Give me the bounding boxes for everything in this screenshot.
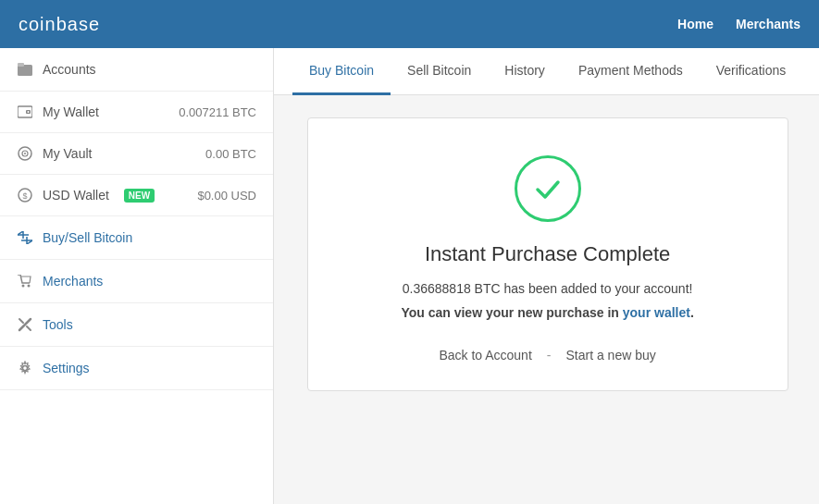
my-vault-label: My Vault [43,146,92,161]
svg-point-13 [28,285,31,288]
merchants-label: Merchants [43,274,103,289]
action-separator: - [547,348,552,363]
sidebar-item-usd-wallet[interactable]: $ USD Wallet NEW $0.00 USD [0,175,273,216]
my-wallet-value: 0.007211 BTC [179,105,256,119]
sidebar-item-buy-sell[interactable]: Buy/Sell Bitcoin [0,216,273,260]
sidebar-item-tools[interactable]: Tools [0,303,273,347]
wallet-text-suffix: . [690,305,694,320]
svg-point-7 [24,153,26,154]
sidebar: Accounts My Wallet 0.007211 BTC [0,48,274,504]
success-actions: Back to Account - Start a new buy [439,348,655,363]
vault-icon [17,145,33,162]
tab-bar: Buy Bitcoin Sell Bitcoin History Payment… [274,48,819,95]
tools-label: Tools [43,317,73,332]
nav-home[interactable]: Home [677,17,714,31]
usd-wallet-badge: NEW [124,189,155,203]
wallet-text-prefix: You can view your new purchase in [401,305,622,320]
usd-icon: $ [17,187,33,203]
logo: coinbase [19,14,100,35]
success-icon [515,155,581,222]
cart-icon [17,273,33,289]
start-new-buy-link[interactable]: Start a new buy [565,348,655,363]
svg-point-17 [23,366,28,371]
sidebar-item-my-wallet[interactable]: My Wallet 0.007211 BTC [0,92,273,133]
success-wallet-text: You can view your new purchase in your w… [401,305,693,320]
sidebar-accounts-header: Accounts [0,48,273,92]
folder-icon [17,61,33,78]
svg-point-4 [28,111,30,113]
header: coinbase Home Merchants [0,0,819,48]
sidebar-item-my-vault[interactable]: My Vault 0.00 BTC [0,133,273,175]
content-area: Instant Purchase Complete 0.36688818 BTC… [274,95,819,504]
success-detail: 0.36688818 BTC has been added to your ac… [403,281,693,296]
tab-history[interactable]: History [488,48,562,95]
wallet-link[interactable]: your wallet [623,305,690,320]
wallet-icon [17,104,33,120]
nav-merchants[interactable]: Merchants [736,17,800,31]
svg-rect-1 [18,63,24,67]
exchange-icon [17,229,33,246]
usd-wallet-label: USD Wallet [43,188,109,203]
usd-wallet-value: $0.00 USD [197,189,256,203]
success-card: Instant Purchase Complete 0.36688818 BTC… [307,117,788,391]
tab-buy-bitcoin[interactable]: Buy Bitcoin [292,48,391,95]
svg-line-15 [19,319,23,323]
settings-label: Settings [43,361,90,375]
tab-sell-bitcoin[interactable]: Sell Bitcoin [391,48,488,95]
main: Buy Bitcoin Sell Bitcoin History Payment… [274,48,819,504]
my-vault-value: 0.00 BTC [205,147,256,161]
back-to-account-link[interactable]: Back to Account [439,348,531,363]
tab-payment-methods[interactable]: Payment Methods [562,48,700,95]
tab-verifications[interactable]: Verifications [700,48,802,95]
gear-icon [17,360,33,376]
accounts-label: Accounts [43,62,96,77]
svg-line-16 [27,326,31,330]
sidebar-item-settings[interactable]: Settings [0,347,273,390]
layout: Accounts My Wallet 0.007211 BTC [0,48,819,504]
success-title: Instant Purchase Complete [425,242,670,266]
buy-sell-label: Buy/Sell Bitcoin [43,230,132,245]
svg-text:$: $ [22,191,27,201]
header-nav: Home Merchants [677,17,800,31]
my-wallet-label: My Wallet [43,104,99,119]
svg-point-12 [22,285,25,288]
tools-icon [17,316,33,333]
sidebar-item-merchants[interactable]: Merchants [0,260,273,303]
